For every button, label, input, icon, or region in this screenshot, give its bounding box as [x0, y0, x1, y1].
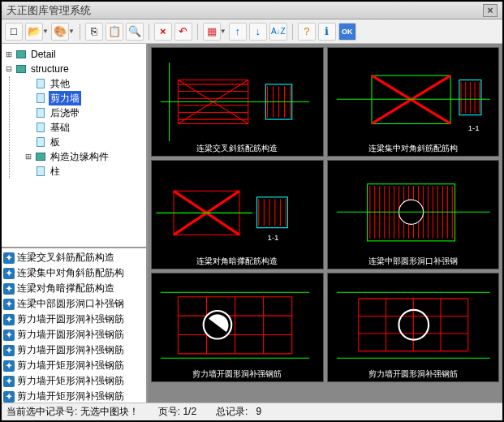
tree-label[interactable]: 板: [49, 135, 62, 149]
tree-node-6[interactable]: 柱: [23, 164, 144, 179]
tree-label[interactable]: 其他: [49, 76, 71, 91]
open-button[interactable]: 📂▼: [25, 23, 49, 41]
thumbnail-caption: 连梁交叉斜筋配筋构造: [152, 143, 323, 154]
thumbnail-caption: 剪力墙开圆形洞补强钢筋: [328, 368, 499, 380]
item-icon: ✦: [3, 329, 15, 341]
separator: [149, 24, 149, 40]
item-label: 剪力墙开圆形洞补强钢筋: [17, 312, 124, 327]
undo-button[interactable]: ↶: [174, 23, 192, 41]
thumbnail[interactable]: 剪力墙开圆形洞补强钢筋: [327, 273, 500, 382]
chevron-down-icon: ▼: [68, 28, 75, 35]
titlebar: 天正图库管理系统 ×: [2, 2, 502, 19]
tree-label[interactable]: 剪力墙: [49, 91, 81, 106]
item-icon: ✦: [3, 391, 15, 403]
status-total: 总记录: 9: [216, 405, 261, 419]
page-icon: [37, 93, 45, 103]
list-item[interactable]: ✦剪力墙开矩形洞补强钢筋: [3, 389, 144, 403]
tree-label[interactable]: structure: [29, 62, 71, 76]
close-button[interactable]: ×: [483, 4, 498, 17]
down-button[interactable]: ↓: [249, 23, 267, 41]
tree-node-3[interactable]: 基础: [23, 120, 144, 135]
status-selection: 当前选中记录号: 无选中图块！: [6, 405, 139, 419]
tree-label[interactable]: 后浇带: [49, 106, 81, 120]
list-item[interactable]: ✦剪力墙开矩形洞补强钢筋: [3, 358, 144, 373]
item-icon: ✦: [3, 360, 15, 372]
preview-pane: 连梁交叉斜筋配筋构造 1-1 连梁集中对角斜筋配筋构 1-1 连梁对角暗撑配筋构…: [148, 44, 502, 403]
window-title: 天正图库管理系统: [6, 3, 483, 18]
list-item[interactable]: ✦剪力墙开圆形洞补强钢筋: [3, 342, 144, 358]
thumbnail-caption: 连梁集中对角斜筋配筋构: [328, 143, 499, 154]
page-icon: [37, 108, 45, 118]
list-item[interactable]: ✦连梁交叉斜筋配筋构造: [3, 250, 144, 265]
left-column: ⊞ Detail ⊟ structure 其他 剪力墙: [2, 44, 148, 403]
separator: [292, 24, 293, 40]
tree-pane: ⊞ Detail ⊟ structure 其他 剪力墙: [2, 44, 146, 248]
palette-button[interactable]: 🎨▼: [51, 23, 75, 41]
list-item[interactable]: ✦连梁中部圆形洞口补强钢: [3, 296, 144, 312]
list-item[interactable]: ✦剪力墙开矩形洞补强钢筋: [3, 373, 144, 389]
item-icon: ✦: [3, 283, 15, 295]
help-button[interactable]: ?: [298, 23, 316, 41]
list-item[interactable]: ✦剪力墙开圆形洞补强钢筋: [3, 312, 144, 327]
page-icon: [37, 137, 45, 147]
list-item[interactable]: ✦剪力墙开圆形洞补强钢筋: [3, 327, 144, 342]
item-icon: ✦: [3, 268, 15, 279]
expand-icon[interactable]: ⊞: [3, 47, 15, 62]
svg-text:1-1: 1-1: [467, 123, 479, 132]
item-icon: ✦: [3, 299, 15, 310]
info-button[interactable]: ℹ: [318, 23, 336, 41]
paste-button[interactable]: 📋: [106, 23, 123, 41]
status-page: 页号: 1/2: [158, 405, 196, 419]
folder-icon: [16, 65, 26, 73]
up-button[interactable]: ↑: [229, 23, 247, 41]
ok-button[interactable]: OK: [338, 23, 356, 41]
item-label: 连梁中部圆形洞口补强钢: [17, 296, 124, 312]
thumbnail[interactable]: 1-1 连梁对角暗撑配筋构造: [151, 160, 324, 269]
main-area: ⊞ Detail ⊟ structure 其他 剪力墙: [2, 44, 502, 403]
item-label: 剪力墙开矩形洞补强钢筋: [17, 358, 124, 373]
sort-button[interactable]: A↓Z: [269, 23, 287, 41]
tree-node-1[interactable]: 剪力墙: [23, 91, 144, 106]
item-label: 连梁对角暗撑配筋构造: [17, 281, 114, 296]
item-icon: ✦: [3, 345, 15, 356]
item-icon: ✦: [3, 314, 15, 325]
delete-button[interactable]: ×: [154, 23, 172, 41]
item-label: 连梁集中对角斜筋配筋构: [17, 265, 124, 281]
svg-rect-31: [257, 197, 288, 228]
grid-button[interactable]: ▦▼: [203, 23, 226, 41]
thumbnail[interactable]: 连梁交叉斜筋配筋构造: [151, 47, 324, 157]
tree-node-structure[interactable]: ⊟ structure: [3, 62, 144, 76]
tree-label[interactable]: 基础: [49, 120, 71, 135]
item-label: 剪力墙开圆形洞补强钢筋: [17, 327, 124, 342]
new-button[interactable]: □: [5, 23, 23, 41]
tree-label[interactable]: 柱: [49, 164, 62, 179]
chevron-down-icon: ▼: [220, 28, 226, 35]
copy-button[interactable]: ⎘: [85, 23, 103, 41]
thumbnail[interactable]: 1-1 连梁集中对角斜筋配筋构: [327, 47, 500, 157]
page-icon: [37, 79, 45, 88]
tree-label[interactable]: 构造边缘构件: [49, 149, 110, 164]
thumbnail[interactable]: 剪力墙开圆形洞补强钢筋: [151, 273, 324, 382]
item-icon: ✦: [3, 376, 15, 387]
view-button[interactable]: 🔍: [126, 23, 144, 41]
separator: [80, 24, 80, 40]
item-label: 剪力墙开矩形洞补强钢筋: [17, 389, 124, 403]
list-item[interactable]: ✦连梁集中对角斜筋配筋构: [3, 265, 144, 281]
thumbnail[interactable]: 连梁中部圆形洞口补强钢: [327, 160, 500, 269]
collapse-icon[interactable]: ⊟: [3, 62, 15, 76]
chevron-down-icon: ▼: [42, 28, 49, 35]
page-icon: [37, 166, 45, 176]
list-item[interactable]: ✦连梁对角暗撑配筋构造: [3, 281, 144, 296]
thumbnail-caption: 剪力墙开圆形洞补强钢筋: [152, 368, 323, 380]
separator: [197, 24, 198, 40]
tree-node-4[interactable]: 板: [23, 135, 144, 149]
tree-node-detail[interactable]: ⊞ Detail: [3, 47, 144, 62]
thumbnail-caption: 连梁中部圆形洞口补强钢: [328, 256, 499, 267]
expand-icon[interactable]: ⊞: [23, 149, 34, 164]
tree-node-0[interactable]: 其他: [23, 76, 144, 91]
tree-label[interactable]: Detail: [29, 47, 58, 62]
item-icon: ✦: [3, 252, 15, 264]
folder-icon: [16, 50, 26, 58]
tree-node-5[interactable]: ⊞ 构造边缘构件: [23, 149, 144, 164]
tree-node-2[interactable]: 后浇带: [23, 106, 144, 120]
